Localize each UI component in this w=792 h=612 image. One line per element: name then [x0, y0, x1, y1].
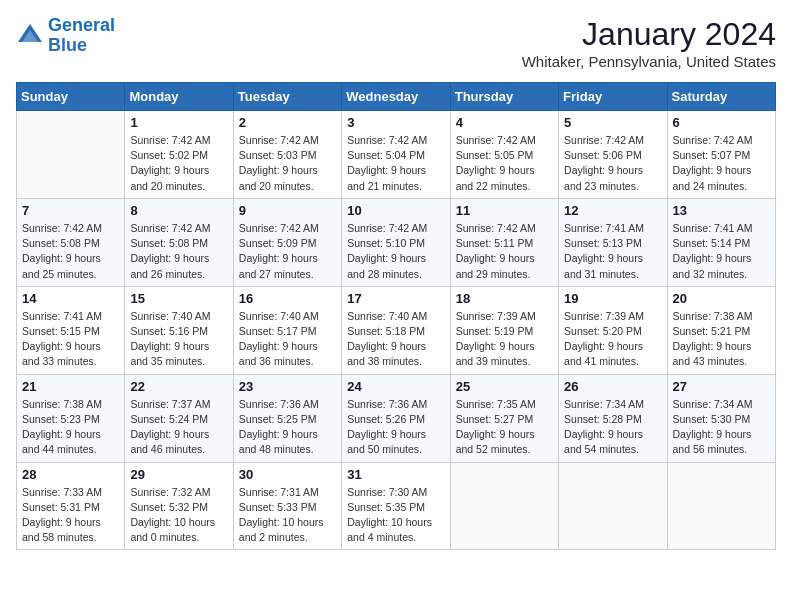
calendar-cell: 8Sunrise: 7:42 AM Sunset: 5:08 PM Daylig… [125, 198, 233, 286]
calendar-cell: 10Sunrise: 7:42 AM Sunset: 5:10 PM Dayli… [342, 198, 450, 286]
day-info: Sunrise: 7:42 AM Sunset: 5:09 PM Dayligh… [239, 221, 336, 282]
month-title: January 2024 [522, 16, 776, 53]
weekday-header: Tuesday [233, 83, 341, 111]
day-info: Sunrise: 7:42 AM Sunset: 5:11 PM Dayligh… [456, 221, 553, 282]
day-number: 8 [130, 203, 227, 218]
day-number: 21 [22, 379, 119, 394]
calendar-cell: 31Sunrise: 7:30 AM Sunset: 5:35 PM Dayli… [342, 462, 450, 550]
day-info: Sunrise: 7:39 AM Sunset: 5:20 PM Dayligh… [564, 309, 661, 370]
logo: General Blue [16, 16, 115, 56]
day-number: 10 [347, 203, 444, 218]
day-number: 23 [239, 379, 336, 394]
page-header: General Blue January 2024 Whitaker, Penn… [16, 16, 776, 70]
day-info: Sunrise: 7:34 AM Sunset: 5:30 PM Dayligh… [673, 397, 770, 458]
calendar-cell: 5Sunrise: 7:42 AM Sunset: 5:06 PM Daylig… [559, 111, 667, 199]
calendar-cell: 17Sunrise: 7:40 AM Sunset: 5:18 PM Dayli… [342, 286, 450, 374]
day-info: Sunrise: 7:42 AM Sunset: 5:10 PM Dayligh… [347, 221, 444, 282]
day-info: Sunrise: 7:31 AM Sunset: 5:33 PM Dayligh… [239, 485, 336, 546]
day-number: 16 [239, 291, 336, 306]
calendar-cell: 3Sunrise: 7:42 AM Sunset: 5:04 PM Daylig… [342, 111, 450, 199]
day-number: 11 [456, 203, 553, 218]
calendar-cell: 22Sunrise: 7:37 AM Sunset: 5:24 PM Dayli… [125, 374, 233, 462]
calendar-cell: 18Sunrise: 7:39 AM Sunset: 5:19 PM Dayli… [450, 286, 558, 374]
calendar-cell: 6Sunrise: 7:42 AM Sunset: 5:07 PM Daylig… [667, 111, 775, 199]
logo-icon [16, 22, 44, 50]
day-number: 9 [239, 203, 336, 218]
day-info: Sunrise: 7:36 AM Sunset: 5:26 PM Dayligh… [347, 397, 444, 458]
calendar-cell: 21Sunrise: 7:38 AM Sunset: 5:23 PM Dayli… [17, 374, 125, 462]
calendar-week-row: 14Sunrise: 7:41 AM Sunset: 5:15 PM Dayli… [17, 286, 776, 374]
day-info: Sunrise: 7:40 AM Sunset: 5:18 PM Dayligh… [347, 309, 444, 370]
weekday-header: Friday [559, 83, 667, 111]
location: Whitaker, Pennsylvania, United States [522, 53, 776, 70]
day-info: Sunrise: 7:38 AM Sunset: 5:21 PM Dayligh… [673, 309, 770, 370]
day-info: Sunrise: 7:42 AM Sunset: 5:07 PM Dayligh… [673, 133, 770, 194]
day-number: 1 [130, 115, 227, 130]
calendar-cell [667, 462, 775, 550]
day-info: Sunrise: 7:41 AM Sunset: 5:14 PM Dayligh… [673, 221, 770, 282]
logo-text: General Blue [48, 16, 115, 56]
day-number: 4 [456, 115, 553, 130]
calendar-cell: 9Sunrise: 7:42 AM Sunset: 5:09 PM Daylig… [233, 198, 341, 286]
day-info: Sunrise: 7:34 AM Sunset: 5:28 PM Dayligh… [564, 397, 661, 458]
weekday-header: Wednesday [342, 83, 450, 111]
day-number: 15 [130, 291, 227, 306]
day-info: Sunrise: 7:33 AM Sunset: 5:31 PM Dayligh… [22, 485, 119, 546]
calendar-cell: 12Sunrise: 7:41 AM Sunset: 5:13 PM Dayli… [559, 198, 667, 286]
day-info: Sunrise: 7:37 AM Sunset: 5:24 PM Dayligh… [130, 397, 227, 458]
day-info: Sunrise: 7:42 AM Sunset: 5:05 PM Dayligh… [456, 133, 553, 194]
day-info: Sunrise: 7:42 AM Sunset: 5:04 PM Dayligh… [347, 133, 444, 194]
calendar-cell: 28Sunrise: 7:33 AM Sunset: 5:31 PM Dayli… [17, 462, 125, 550]
calendar-cell: 15Sunrise: 7:40 AM Sunset: 5:16 PM Dayli… [125, 286, 233, 374]
day-number: 17 [347, 291, 444, 306]
weekday-header: Sunday [17, 83, 125, 111]
day-info: Sunrise: 7:40 AM Sunset: 5:17 PM Dayligh… [239, 309, 336, 370]
day-info: Sunrise: 7:41 AM Sunset: 5:13 PM Dayligh… [564, 221, 661, 282]
calendar-week-row: 1Sunrise: 7:42 AM Sunset: 5:02 PM Daylig… [17, 111, 776, 199]
day-number: 12 [564, 203, 661, 218]
calendar-cell [17, 111, 125, 199]
day-number: 6 [673, 115, 770, 130]
calendar-cell: 1Sunrise: 7:42 AM Sunset: 5:02 PM Daylig… [125, 111, 233, 199]
calendar-cell: 2Sunrise: 7:42 AM Sunset: 5:03 PM Daylig… [233, 111, 341, 199]
calendar-cell [559, 462, 667, 550]
day-number: 24 [347, 379, 444, 394]
day-number: 7 [22, 203, 119, 218]
title-area: January 2024 Whitaker, Pennsylvania, Uni… [522, 16, 776, 70]
day-number: 31 [347, 467, 444, 482]
calendar-cell: 16Sunrise: 7:40 AM Sunset: 5:17 PM Dayli… [233, 286, 341, 374]
weekday-header: Monday [125, 83, 233, 111]
day-number: 19 [564, 291, 661, 306]
day-info: Sunrise: 7:39 AM Sunset: 5:19 PM Dayligh… [456, 309, 553, 370]
calendar-cell: 20Sunrise: 7:38 AM Sunset: 5:21 PM Dayli… [667, 286, 775, 374]
calendar-cell: 27Sunrise: 7:34 AM Sunset: 5:30 PM Dayli… [667, 374, 775, 462]
day-number: 26 [564, 379, 661, 394]
day-number: 28 [22, 467, 119, 482]
day-number: 2 [239, 115, 336, 130]
calendar-cell: 4Sunrise: 7:42 AM Sunset: 5:05 PM Daylig… [450, 111, 558, 199]
calendar-cell: 7Sunrise: 7:42 AM Sunset: 5:08 PM Daylig… [17, 198, 125, 286]
day-number: 29 [130, 467, 227, 482]
day-number: 5 [564, 115, 661, 130]
day-info: Sunrise: 7:42 AM Sunset: 5:03 PM Dayligh… [239, 133, 336, 194]
day-info: Sunrise: 7:41 AM Sunset: 5:15 PM Dayligh… [22, 309, 119, 370]
calendar: SundayMondayTuesdayWednesdayThursdayFrid… [16, 82, 776, 550]
day-number: 14 [22, 291, 119, 306]
calendar-cell [450, 462, 558, 550]
calendar-cell: 30Sunrise: 7:31 AM Sunset: 5:33 PM Dayli… [233, 462, 341, 550]
calendar-cell: 25Sunrise: 7:35 AM Sunset: 5:27 PM Dayli… [450, 374, 558, 462]
calendar-cell: 26Sunrise: 7:34 AM Sunset: 5:28 PM Dayli… [559, 374, 667, 462]
day-info: Sunrise: 7:42 AM Sunset: 5:08 PM Dayligh… [130, 221, 227, 282]
day-info: Sunrise: 7:42 AM Sunset: 5:08 PM Dayligh… [22, 221, 119, 282]
day-number: 20 [673, 291, 770, 306]
day-number: 30 [239, 467, 336, 482]
calendar-cell: 13Sunrise: 7:41 AM Sunset: 5:14 PM Dayli… [667, 198, 775, 286]
calendar-week-row: 7Sunrise: 7:42 AM Sunset: 5:08 PM Daylig… [17, 198, 776, 286]
day-info: Sunrise: 7:36 AM Sunset: 5:25 PM Dayligh… [239, 397, 336, 458]
day-info: Sunrise: 7:30 AM Sunset: 5:35 PM Dayligh… [347, 485, 444, 546]
day-number: 27 [673, 379, 770, 394]
day-info: Sunrise: 7:32 AM Sunset: 5:32 PM Dayligh… [130, 485, 227, 546]
day-info: Sunrise: 7:40 AM Sunset: 5:16 PM Dayligh… [130, 309, 227, 370]
calendar-week-row: 28Sunrise: 7:33 AM Sunset: 5:31 PM Dayli… [17, 462, 776, 550]
calendar-cell: 14Sunrise: 7:41 AM Sunset: 5:15 PM Dayli… [17, 286, 125, 374]
